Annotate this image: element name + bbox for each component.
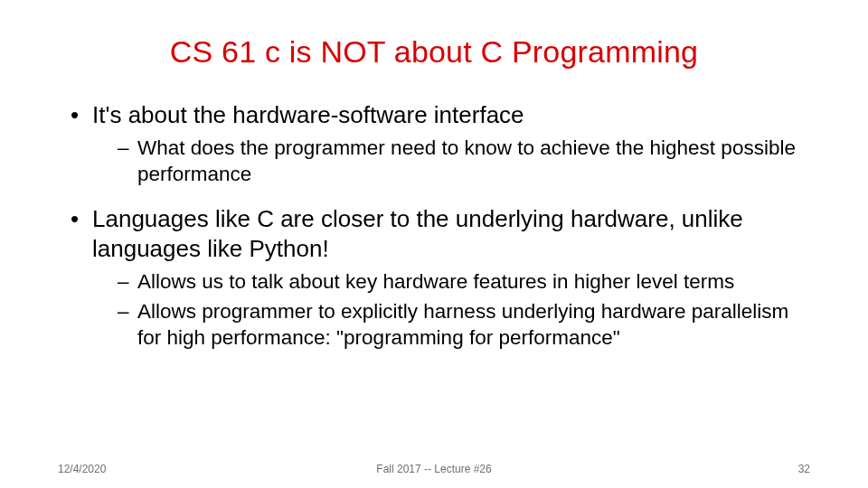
bullet-text: Languages like C are closer to the under… — [92, 205, 743, 262]
footer-lecture: Fall 2017 -- Lecture #26 — [0, 463, 868, 475]
footer-page-number: 32 — [798, 463, 810, 475]
sub-bullet-text: What does the programmer need to know to… — [137, 136, 796, 185]
sub-bullet-text: Allows programmer to explicitly harness … — [137, 300, 788, 349]
sub-bullet-list: Allows us to talk about key hardware fea… — [92, 269, 810, 351]
bullet-text: It's about the hardware-software interfa… — [92, 101, 524, 128]
slide-footer: 12/4/2020 Fall 2017 -- Lecture #26 32 — [0, 463, 868, 475]
sub-bullet-item: Allows us to talk about key hardware fea… — [121, 269, 810, 296]
bullet-item: It's about the hardware-software interfa… — [74, 100, 810, 188]
sub-bullet-text: Allows us to talk about key hardware fea… — [137, 270, 734, 293]
slide: CS 61 c is NOT about C Programming It's … — [0, 0, 868, 488]
sub-bullet-item: What does the programmer need to know to… — [121, 136, 810, 188]
footer-date: 12/4/2020 — [58, 463, 106, 475]
sub-bullet-item: Allows programmer to explicitly harness … — [121, 299, 810, 352]
sub-bullet-list: What does the programmer need to know to… — [92, 136, 810, 188]
slide-title: CS 61 c is NOT about C Programming — [58, 34, 810, 70]
bullet-list: It's about the hardware-software interfa… — [58, 100, 810, 352]
bullet-item: Languages like C are closer to the under… — [74, 204, 810, 352]
